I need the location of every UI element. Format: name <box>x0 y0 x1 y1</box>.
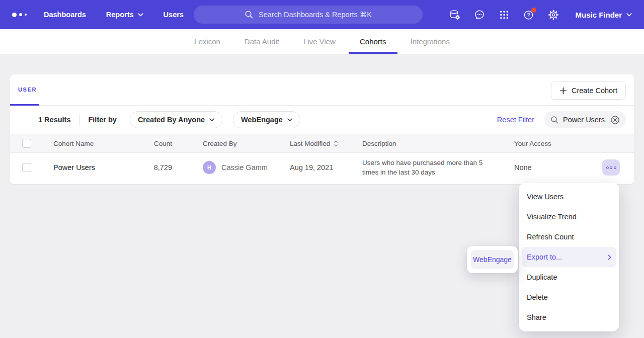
avatar: H <box>203 161 216 174</box>
apps-grid-icon[interactable] <box>498 9 510 21</box>
tab-live-view[interactable]: Live View <box>292 29 347 54</box>
tab-data-audit-label: Data Audit <box>245 37 279 46</box>
created-by-dropdown-value: Created By Anyone <box>138 116 205 124</box>
navbar-right-group: ? Music Finder <box>449 9 632 21</box>
tab-live-view-label: Live View <box>303 37 336 46</box>
col-count: Count <box>152 140 172 147</box>
chevron-down-icon <box>626 13 632 17</box>
export-submenu: WebEngage <box>467 246 518 273</box>
messages-icon[interactable] <box>473 9 486 21</box>
settings-icon[interactable] <box>547 9 559 21</box>
menu-item-duplicate[interactable]: Duplicate <box>522 267 616 287</box>
workspace-name: Music Finder <box>575 11 622 19</box>
menu-item-export-to[interactable]: Export to... <box>522 247 616 267</box>
created-by-cell: H Cassie Gamm <box>203 161 290 174</box>
primary-nav: Dashboards Reports Users <box>44 11 184 19</box>
tab-cohorts[interactable]: Cohorts <box>349 29 397 54</box>
menu-item-label: Share <box>527 313 546 321</box>
menu-item-visualize-trend[interactable]: Visualize Trend <box>522 207 616 227</box>
results-count: 1 Results <box>38 116 70 124</box>
menu-item-share[interactable]: Share <box>522 307 616 327</box>
filter-bar-right: Reset Filter <box>497 111 626 128</box>
plus-icon <box>559 87 567 95</box>
row-actions-button[interactable] <box>602 159 620 176</box>
tab-integrations[interactable]: Integrations <box>399 29 461 54</box>
chevron-right-icon <box>608 255 611 260</box>
submenu-item-webengage[interactable]: WebEngage <box>471 250 514 269</box>
integration-dropdown-value: WebEngage <box>241 116 283 124</box>
created-by-name: Cassie Gamm <box>221 163 268 172</box>
tab-data-audit[interactable]: Data Audit <box>233 29 290 54</box>
cohorts-card: USER Create Cohort 1 Results Filter by C… <box>10 74 634 184</box>
col-your-access: Your Access <box>514 140 634 147</box>
workspace-switcher[interactable]: Music Finder <box>575 11 632 19</box>
integration-dropdown[interactable]: WebEngage <box>233 111 300 128</box>
col-cohort-name: Cohort Name <box>53 140 152 147</box>
nav-dashboards[interactable]: Dashboards <box>44 11 86 19</box>
filter-by-label: Filter by <box>88 116 116 124</box>
menu-item-label: Export to... <box>527 253 562 261</box>
table-row[interactable]: Power Users 8,729 H Cassie Gamm Aug 19, … <box>10 153 634 182</box>
menu-item-label: Refresh Count <box>527 233 574 241</box>
active-tab-underline <box>10 104 39 106</box>
nav-reports-label: Reports <box>106 11 134 19</box>
filter-bar: 1 Results Filter by Created By Anyone We… <box>10 106 634 134</box>
brand-logo-icon[interactable] <box>12 13 27 17</box>
cohorts-page: Dashboards Reports Users Search Dashboar… <box>0 0 644 338</box>
created-by-dropdown[interactable]: Created By Anyone <box>130 111 222 128</box>
menu-item-delete[interactable]: Delete <box>522 287 616 307</box>
global-search-input[interactable]: Search Dashboards & Reports ⌘K <box>194 6 423 24</box>
tab-lexicon-label: Lexicon <box>194 37 220 46</box>
cohort-count: 8,729 <box>152 163 172 172</box>
select-all-checkbox[interactable] <box>22 139 31 148</box>
nav-dashboards-label: Dashboards <box>44 11 86 19</box>
svg-text:?: ? <box>527 12 530 18</box>
nav-users[interactable]: Users <box>164 11 184 19</box>
menu-item-label: Duplicate <box>527 273 557 281</box>
menu-item-label: View Users <box>527 193 564 201</box>
tab-user[interactable]: USER <box>18 87 37 93</box>
section-tabbar: Lexicon Data Audit Live View Cohorts Int… <box>0 29 644 54</box>
menu-item-label: Delete <box>527 293 548 301</box>
cohort-search-input[interactable] <box>563 116 606 124</box>
table-header-row: Cohort Name Count Created By Last Modifi… <box>10 134 634 153</box>
top-navbar: Dashboards Reports Users Search Dashboar… <box>0 0 644 29</box>
card-header: USER Create Cohort <box>10 74 634 106</box>
last-modified-cell: Aug 19, 2021 <box>290 163 362 172</box>
search-icon <box>550 116 559 124</box>
row-checkbox[interactable] <box>22 163 31 172</box>
menu-item-view-users[interactable]: View Users <box>522 187 616 207</box>
tab-integrations-label: Integrations <box>411 37 450 46</box>
clear-search-icon[interactable] <box>610 115 620 125</box>
col-description: Description <box>362 140 514 147</box>
menu-item-label: Visualize Trend <box>527 213 577 221</box>
help-icon[interactable]: ? <box>523 9 535 21</box>
col-last-modified-sort[interactable]: Last Modified <box>290 140 338 147</box>
create-cohort-button[interactable]: Create Cohort <box>551 81 626 100</box>
chevron-down-icon <box>287 118 292 122</box>
divider <box>79 115 79 125</box>
tab-cohorts-label: Cohorts <box>360 37 386 46</box>
row-actions-menu: View Users Visualize Trend Refresh Count… <box>519 183 619 331</box>
col-last-modified: Last Modified <box>290 140 330 147</box>
cohort-search-field[interactable] <box>544 111 626 128</box>
data-management-icon[interactable] <box>449 9 461 21</box>
cohort-name-link[interactable]: Power Users <box>53 163 152 172</box>
reset-filter-link[interactable]: Reset Filter <box>497 116 534 124</box>
chevron-down-icon <box>209 118 214 122</box>
notification-dot <box>531 8 536 13</box>
global-search-placeholder: Search Dashboards & Reports ⌘K <box>259 11 372 19</box>
nav-reports[interactable]: Reports <box>106 11 143 19</box>
create-cohort-label: Create Cohort <box>572 87 617 95</box>
col-created-by: Created By <box>203 140 290 147</box>
description-cell: Users who have purchased more than 5 tim… <box>362 158 489 177</box>
nav-users-label: Users <box>164 11 184 19</box>
search-icon <box>245 10 254 19</box>
sort-icon <box>334 140 338 147</box>
tab-lexicon[interactable]: Lexicon <box>183 29 231 54</box>
chevron-down-icon <box>138 13 143 17</box>
menu-item-refresh-count[interactable]: Refresh Count <box>522 227 616 247</box>
